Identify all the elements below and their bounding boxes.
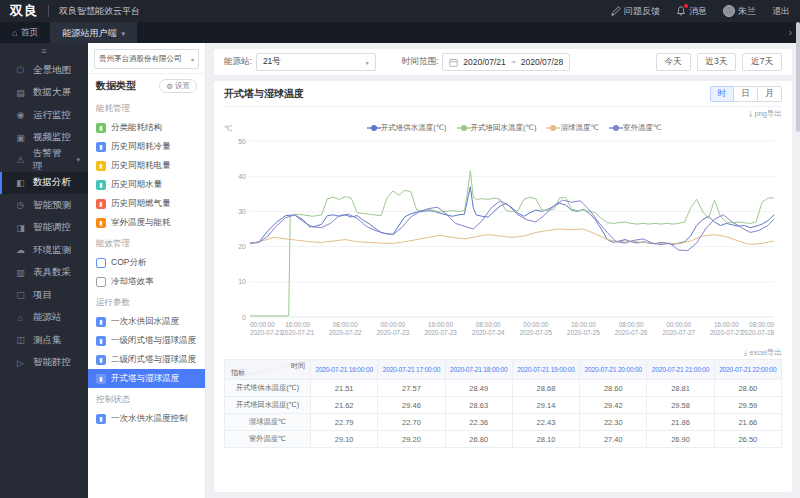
legend-item[interactable]: 室外温度℃ [613, 123, 661, 133]
sidebar-item-alarm[interactable]: ⚠告警管理▾ [0, 149, 88, 172]
table-cell: 29.42 [580, 397, 647, 414]
data-type-item[interactable]: ▮开式塔与湿球温度 [88, 369, 205, 388]
table-time-header: 2020-07-21 21:00:00 [647, 360, 714, 380]
svg-text:2020-07-24: 2020-07-24 [472, 329, 505, 336]
sidebar-item-group-control[interactable]: ▷智能群控 [0, 352, 88, 375]
table-cell: 22.43 [512, 414, 579, 431]
calendar-icon [449, 58, 458, 67]
line-chart[interactable]: 0102030405000:00:002020-07-2116:00:00202… [224, 135, 782, 347]
date-range-picker[interactable]: 2020/07/21 ~ 2020/07/28 [442, 53, 570, 71]
quick-range-button-2[interactable]: 近7天 [742, 53, 782, 71]
messages-button[interactable]: 消息 [676, 5, 707, 18]
data-type-item[interactable]: ▮历史同期耗冷量 [88, 137, 205, 156]
data-type-item[interactable]: ▮二级闭式塔与湿球温度 [88, 350, 205, 369]
vertical-scrollbar[interactable] [796, 22, 800, 132]
series-line [250, 187, 774, 245]
table-cell: 22.30 [580, 414, 647, 431]
sidebar-item-label: 运行监控 [33, 109, 71, 122]
data-type-label: 历史同期耗冷量 [111, 141, 171, 153]
user-menu[interactable]: 朱兰 [723, 5, 756, 18]
granularity-tab-日[interactable]: 日 [734, 86, 758, 102]
sidebar-item-predict[interactable]: ◷智能预测 [0, 194, 88, 217]
sidebar-item-env[interactable]: ☁环境监测 [0, 239, 88, 262]
date-end[interactable]: 2020/07/28 [521, 57, 564, 67]
company-select[interactable]: 贵州茅台酒股份有限公司 ▾ [94, 49, 199, 69]
home-link[interactable]: ⌂ 首页 [0, 22, 50, 43]
svg-text:40: 40 [238, 173, 246, 180]
svg-text:20: 20 [238, 243, 246, 250]
table-cell: 26.80 [445, 431, 512, 448]
quick-range-button-0[interactable]: 今天 [656, 53, 691, 71]
sidebar-collapse-toggle[interactable]: ≡ [0, 43, 88, 59]
data-type-item[interactable]: ▮分类能耗结构 [88, 118, 205, 137]
sidebar-item-label: 项目 [33, 289, 52, 302]
data-type-label: 分类能耗结构 [111, 122, 162, 134]
sidebar-item-meter[interactable]: ▥表具数采 [0, 262, 88, 285]
legend-item[interactable]: 湿球温度℃ [550, 123, 598, 133]
sidebar-item-map[interactable]: ⬡全景地图 [0, 59, 88, 82]
table-cell: 22.70 [378, 414, 445, 431]
predict-icon: ◷ [15, 200, 26, 210]
svg-text:08:00:00: 08:00:00 [619, 321, 644, 328]
svg-text:2020-07-27: 2020-07-27 [710, 329, 743, 336]
sidebar-item-label: 数据大屏 [33, 86, 71, 99]
data-type-item[interactable]: ▮一级闭式塔与湿球温度 [88, 331, 205, 350]
quick-range-button-1[interactable]: 近3天 [697, 53, 737, 71]
data-type-label: 一次水供回水温度 [111, 316, 179, 328]
data-type-item[interactable]: ▮冷却塔效率 [88, 272, 205, 291]
data-type-item[interactable]: ▮历史同期耗电量 [88, 156, 205, 175]
chart-title: 开式塔与湿球温度 [224, 87, 304, 101]
feedback-button[interactable]: 问题反馈 [611, 5, 660, 18]
points-icon: ◫ [15, 335, 26, 345]
data-type-item[interactable]: ▮一次水供回水温度 [88, 312, 205, 331]
data-type-icon: ▮ [96, 414, 106, 424]
settings-button[interactable]: ⚙ 设置 [159, 79, 197, 93]
sidebar-item-project[interactable]: ▢项目 [0, 284, 88, 307]
svg-text:00:00:00: 00:00:00 [666, 321, 691, 328]
table-time-header: 2020-07-21 16:00:00 [311, 360, 378, 380]
data-type-icon: ▮ [96, 142, 106, 152]
brand-logo: 双良 [10, 2, 38, 20]
data-type-item[interactable]: ▮历史同期燃气量 [88, 194, 205, 213]
station-select[interactable]: 21号 ▾ [256, 53, 376, 71]
data-type-label: 历史同期耗电量 [111, 160, 171, 172]
sidebar-item-video[interactable]: ▣视频监控 [0, 127, 88, 150]
data-type-label: 开式塔与湿球温度 [111, 373, 179, 385]
table-time-header: 2020-07-21 22:00:00 [714, 360, 781, 380]
filter-bar: 能源站: 21号 ▾ 时间范围: 2020/07/21 ~ 2020/07/28… [214, 49, 792, 75]
table-row: 室外温度℃29.1029.2026.8028.1027.4026.9026.50 [225, 431, 782, 448]
panel-title: 数据类型 [96, 79, 136, 93]
series-line [250, 229, 774, 245]
series-line [250, 171, 774, 316]
date-start[interactable]: 2020/07/21 [463, 57, 506, 67]
sidebar-item-monitor[interactable]: ◉运行监控 [0, 104, 88, 127]
sidebar-item-control[interactable]: ◨智能调控 [0, 217, 88, 240]
legend-item[interactable]: 开式塔供水温度(℃) [371, 123, 447, 133]
granularity-tab-时[interactable]: 时 [710, 86, 734, 102]
tab-energy-station-client[interactable]: 能源站用户端 ▾ [50, 22, 137, 43]
png-export-link[interactable]: ⤓ png导出 [749, 109, 782, 119]
excel-export-link[interactable]: ⤓ excel导出 [744, 348, 782, 358]
sidebar-item-dashboard[interactable]: ▤数据大屏 [0, 82, 88, 105]
svg-text:00:00:00: 00:00:00 [250, 321, 275, 328]
data-type-label: 一次水供水温度控制 [111, 413, 188, 425]
data-type-item[interactable]: ▮室外温度与能耗 [88, 213, 205, 232]
data-type-item[interactable]: ▮COP分析 [88, 253, 205, 272]
sidebar-item-points[interactable]: ◫测点集 [0, 329, 88, 352]
table-cell: 28.60 [580, 380, 647, 397]
svg-text:0: 0 [242, 314, 246, 321]
sidebar-item-analysis[interactable]: ◧数据分析 [0, 172, 88, 195]
data-type-item[interactable]: ▮一次水供水温度控制 [88, 409, 205, 428]
table-cell: 29.58 [647, 397, 714, 414]
table-row: 湿球温度℃22.7922.7022.3622.4322.3021.8621.66 [225, 414, 782, 431]
legend-label: 室外温度℃ [623, 123, 661, 133]
granularity-tab-月[interactable]: 月 [758, 86, 782, 102]
data-type-icon: ▮ [96, 180, 106, 190]
legend-item[interactable]: 开式塔回水温度(℃) [461, 123, 537, 133]
content-area: 能源站: 21号 ▾ 时间范围: 2020/07/21 ~ 2020/07/28… [206, 43, 800, 498]
table-cell: 21.62 [311, 397, 378, 414]
data-type-item[interactable]: ▮历史同期水量 [88, 175, 205, 194]
sidebar-item-label: 智能预测 [33, 199, 71, 212]
logout-button[interactable]: 退出 [772, 5, 790, 18]
sidebar-item-station[interactable]: ⌂能源站 [0, 307, 88, 330]
